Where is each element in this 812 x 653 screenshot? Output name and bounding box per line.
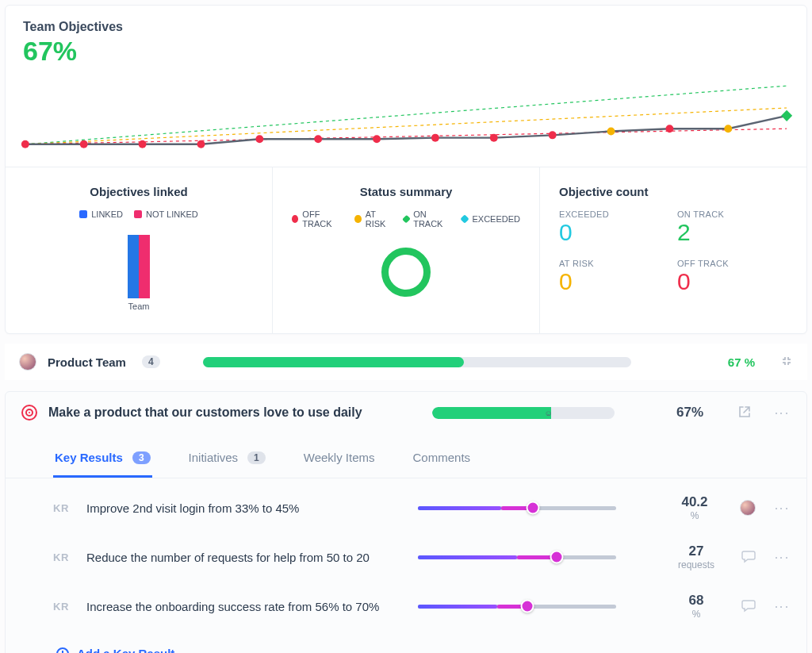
legend-exceeded: EXCEEDED xyxy=(462,209,520,229)
key-result-row[interactable]: KRReduce the number of requests for help… xyxy=(6,532,806,582)
svg-point-11 xyxy=(490,134,498,142)
kr-menu-icon[interactable]: ⋮ xyxy=(773,501,791,515)
objectives-linked-cell: Objectives linked LINKED NOT LINKED Team xyxy=(6,167,273,333)
comment-icon[interactable] xyxy=(741,598,756,615)
kr-title: Improve 2nd visit login from 33% to 45% xyxy=(86,501,404,515)
count-exceeded: EXCEEDED 0 xyxy=(559,209,669,244)
key-result-list: KRImprove 2nd visit login from 33% to 45… xyxy=(6,478,806,636)
tab-comments[interactable]: Comments xyxy=(412,443,473,478)
objective-header: Make a product that our customers love t… xyxy=(6,392,806,433)
kr-slider[interactable] xyxy=(418,597,616,615)
svg-point-12 xyxy=(549,131,557,139)
svg-point-5 xyxy=(139,140,147,148)
plus-icon xyxy=(56,647,69,654)
count-ontrack: ON TRACK 2 xyxy=(677,209,787,244)
team-count-badge: 4 xyxy=(142,355,160,368)
add-key-result-button[interactable]: Add a Key Result xyxy=(6,636,806,653)
kr-slider[interactable] xyxy=(418,499,616,517)
kr-title: Increase the onboarding success rate fro… xyxy=(86,600,404,613)
kr-tag: KR xyxy=(53,502,72,514)
team-objectives-card: Team Objectives 67% Objectives linked LI… xyxy=(5,5,807,334)
legend-off-track: OFF TRACK xyxy=(292,209,343,229)
objective-menu-icon[interactable]: ⋮ xyxy=(773,406,791,420)
progress-chart xyxy=(13,70,799,157)
summary-row: Objectives linked LINKED NOT LINKED Team… xyxy=(6,167,806,333)
objective-count-title: Objective count xyxy=(559,185,787,198)
objective-percent: 67% xyxy=(676,405,703,421)
progress-face-icon: ☺ xyxy=(542,408,556,418)
comment-icon[interactable] xyxy=(741,549,756,566)
svg-point-10 xyxy=(431,134,439,142)
kr-tag: KR xyxy=(53,601,72,613)
key-result-row[interactable]: KRIncrease the onboarding success rate f… xyxy=(6,582,806,631)
objective-count-cell: Objective count EXCEEDED 0 ON TRACK 2 AT… xyxy=(540,167,806,333)
kr-tag: KR xyxy=(53,551,72,563)
status-donut xyxy=(381,248,431,297)
chart-percent: 67% xyxy=(23,36,789,67)
objective-card: Make a product that our customers love t… xyxy=(5,391,807,653)
svg-point-14 xyxy=(665,125,673,133)
team-avatar xyxy=(19,353,36,371)
tab-key-results[interactable]: Key Results 3 xyxy=(53,443,152,478)
count-atrisk: AT RISK 0 xyxy=(559,259,669,294)
kr-value: 27requests xyxy=(668,544,724,570)
chart-title: Team Objectives xyxy=(23,20,789,34)
svg-point-4 xyxy=(80,140,88,148)
objective-tabs: Key Results 3 Initiatives 1 Weekly Items… xyxy=(6,443,806,478)
svg-point-8 xyxy=(314,135,322,143)
linked-bar-axis-label: Team xyxy=(25,302,253,311)
objectives-linked-title: Objectives linked xyxy=(25,185,253,198)
status-summary-title: Status summary xyxy=(292,185,520,198)
svg-point-7 xyxy=(255,135,263,143)
kr-title: Reduce the number of requests for help f… xyxy=(86,551,404,564)
legend-at-risk: AT RISK xyxy=(354,209,393,229)
kr-menu-icon[interactable]: ⋮ xyxy=(773,551,791,564)
legend-not-linked: NOT LINKED xyxy=(134,209,198,219)
assignee-avatar[interactable] xyxy=(740,500,756,516)
svg-line-0 xyxy=(25,86,787,144)
objective-title[interactable]: Make a product that our customers love t… xyxy=(48,405,421,420)
svg-point-3 xyxy=(21,140,29,148)
kr-slider[interactable] xyxy=(418,548,616,566)
legend-linked: LINKED xyxy=(79,209,123,219)
objective-progress: ☺ xyxy=(432,407,615,419)
svg-point-9 xyxy=(373,135,381,143)
open-external-icon[interactable] xyxy=(738,405,751,421)
objective-icon xyxy=(21,405,37,421)
count-offtrack: OFF TRACK 0 xyxy=(677,259,787,294)
kr-value: 40.2% xyxy=(667,494,722,521)
collapse-icon[interactable] xyxy=(780,355,793,370)
tab-weekly-items[interactable]: Weekly Items xyxy=(302,443,377,478)
tab-initiatives[interactable]: Initiatives 1 xyxy=(187,443,267,478)
team-percent: 67 % xyxy=(728,355,755,369)
kr-value: 68% xyxy=(668,593,724,620)
team-name: Product Team xyxy=(48,355,126,369)
legend-on-track: ON TRACK xyxy=(404,209,450,229)
team-row[interactable]: Product Team 4 67 % xyxy=(5,344,807,380)
linked-bar-chart xyxy=(25,227,253,298)
key-result-row[interactable]: KRImprove 2nd visit login from 33% to 45… xyxy=(6,483,806,532)
svg-point-6 xyxy=(197,140,205,148)
team-progress-bar xyxy=(203,357,631,367)
svg-point-15 xyxy=(724,125,732,133)
status-summary-cell: Status summary OFF TRACK AT RISK ON TRAC… xyxy=(273,167,540,333)
svg-rect-16 xyxy=(781,110,792,121)
kr-menu-icon[interactable]: ⋮ xyxy=(773,600,791,613)
svg-point-13 xyxy=(607,127,615,135)
